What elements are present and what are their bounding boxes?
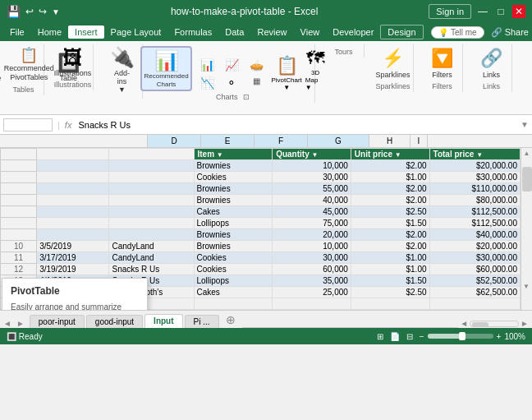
more-charts-button[interactable]: ▦ bbox=[245, 75, 268, 91]
sheet-nav-right[interactable]: ► bbox=[16, 319, 25, 328]
hscroll-left-arrow[interactable]: ◄ bbox=[460, 319, 468, 328]
zoom-out-button[interactable]: − bbox=[420, 332, 424, 341]
sheet-nav-left[interactable]: ◄ bbox=[3, 319, 11, 328]
quantity-header[interactable]: Quantity ▼ bbox=[273, 149, 351, 160]
illustrations-icon: 🖼 bbox=[63, 48, 83, 67]
col-header-i[interactable]: I bbox=[410, 135, 427, 147]
window-title: how-to-make-a-pivot-table - Excel bbox=[60, 6, 429, 17]
horizontal-scrollbar[interactable]: ◄ ► bbox=[460, 319, 529, 328]
total-price-text: Total price bbox=[433, 150, 475, 159]
view-normal-icon[interactable]: ⊞ bbox=[377, 332, 383, 341]
total-price-header[interactable]: Total price ▼ bbox=[429, 149, 520, 160]
scatter-chart-icon: ⚬ bbox=[227, 76, 236, 90]
item-header[interactable]: Item ▼ bbox=[194, 149, 273, 160]
recommended-charts-button[interactable]: 📊 RecommendedCharts bbox=[140, 46, 193, 91]
menu-page-layout[interactable]: Page Layout bbox=[104, 25, 168, 39]
cell-total-price[interactable]: $20,000.00 bbox=[429, 160, 520, 172]
menu-data[interactable]: Data bbox=[218, 25, 250, 39]
cell-unit-price[interactable]: $2.00 bbox=[351, 160, 429, 172]
menu-insert[interactable]: Insert bbox=[68, 25, 104, 39]
sparklines-icon: ⚡ bbox=[382, 48, 404, 69]
maximize-button[interactable]: □ bbox=[494, 5, 507, 18]
ribbon-group-tables: 🗃 PivotTable 📋 Recommended PivotTables 🔲… bbox=[3, 44, 44, 95]
hscroll-thumb[interactable] bbox=[472, 322, 488, 327]
sign-in-button[interactable]: Sign in bbox=[429, 4, 471, 19]
zoom-in-button[interactable]: + bbox=[497, 332, 502, 341]
name-box[interactable] bbox=[3, 118, 53, 132]
addins-buttons: 🔌 Add-ins▼ bbox=[107, 46, 138, 95]
vertical-scrollbar[interactable]: ▲ ▼ bbox=[521, 148, 532, 310]
minimize-button[interactable]: — bbox=[476, 5, 489, 18]
illustrations-group-label: Illustrations bbox=[54, 81, 92, 90]
close-button[interactable]: ✕ bbox=[512, 5, 525, 18]
unit-price-header[interactable]: Unit price ▼ bbox=[351, 149, 429, 160]
tab-good-input[interactable]: good-input bbox=[86, 315, 143, 328]
bar-chart-button[interactable]: 📉 bbox=[195, 75, 218, 91]
column-chart-button[interactable]: 📊 bbox=[195, 57, 218, 73]
pivot-chart-icon: 📋 bbox=[276, 55, 298, 76]
tab-pi[interactable]: Pi ... bbox=[185, 315, 219, 328]
menu-view[interactable]: View bbox=[294, 25, 327, 39]
recommended-pivot-tables-button[interactable]: 📋 Recommended PivotTables bbox=[7, 46, 50, 84]
filters-buttons: 🔽 Filters bbox=[428, 46, 457, 81]
cell-date[interactable] bbox=[37, 160, 109, 172]
menu-developer[interactable]: Developer bbox=[326, 25, 380, 39]
3d-map-button[interactable]: 🗺 3D Map ▼ bbox=[305, 48, 326, 91]
lightbulb-icon: 💡 bbox=[438, 28, 448, 37]
scroll-up-arrow[interactable]: ▲ bbox=[522, 148, 532, 159]
redo-icon[interactable]: ↪ bbox=[39, 6, 47, 17]
bar-chart-icon: 📉 bbox=[200, 76, 214, 90]
links-button[interactable]: 🔗 Links bbox=[477, 46, 507, 81]
col-header-d[interactable]: D bbox=[148, 135, 201, 147]
zoom-slider[interactable] bbox=[428, 334, 493, 339]
cell-store[interactable] bbox=[109, 160, 194, 172]
formula-dropdown-icon[interactable]: ▼ bbox=[521, 120, 529, 129]
add-ins-button[interactable]: 🔌 Add-ins▼ bbox=[107, 46, 138, 95]
cell-qty[interactable]: 10,000 bbox=[273, 160, 351, 172]
col-header-g[interactable]: G bbox=[308, 135, 369, 147]
menu-home[interactable]: Home bbox=[31, 25, 68, 39]
table-row: Brownies 10,000 $2.00 $20,000.00 bbox=[1, 160, 521, 172]
unit-price-dropdown-icon: ▼ bbox=[395, 151, 401, 159]
hscroll-right-arrow[interactable]: ► bbox=[521, 319, 529, 328]
col-header-h[interactable]: H bbox=[369, 135, 410, 147]
menu-file[interactable]: File bbox=[3, 25, 31, 39]
line-chart-button[interactable]: 📈 bbox=[220, 57, 243, 73]
tab-input[interactable]: Input bbox=[144, 314, 182, 328]
filters-button[interactable]: 🔽 Filters bbox=[428, 46, 457, 81]
illustrations-buttons: 🖼 Illustrations bbox=[51, 46, 95, 79]
zoom-slider-thumb[interactable] bbox=[459, 332, 466, 340]
share-button[interactable]: 🔗 Share bbox=[491, 27, 529, 38]
menu-review[interactable]: Review bbox=[250, 25, 293, 39]
view-break-icon[interactable]: ⊟ bbox=[406, 332, 413, 341]
menu-design[interactable]: Design bbox=[380, 25, 423, 39]
scatter-chart-button[interactable]: ⚬ bbox=[220, 75, 243, 91]
text-button[interactable]: A Text bbox=[526, 46, 533, 81]
customize-icon[interactable]: ▼ bbox=[52, 7, 60, 16]
pie-chart-button[interactable]: 🥧 bbox=[245, 57, 268, 73]
excel-icon: 💾 bbox=[7, 5, 21, 18]
links-group-label: Links bbox=[483, 82, 500, 92]
ribbon-group-links: 🔗 Links Links bbox=[471, 44, 512, 92]
tell-me-box[interactable]: 💡 Tell me bbox=[431, 26, 484, 39]
scroll-thumb[interactable] bbox=[522, 167, 532, 192]
scroll-down-arrow[interactable]: ▼ bbox=[521, 281, 531, 292]
zoom-slider-fill bbox=[428, 334, 461, 339]
illustrations-button[interactable]: 🖼 Illustrations bbox=[51, 46, 95, 79]
hscroll-track[interactable] bbox=[470, 321, 519, 327]
links-buttons: 🔗 Links bbox=[477, 46, 507, 81]
add-sheet-button[interactable]: ⊕ bbox=[221, 312, 241, 328]
links-icon: 🔗 bbox=[480, 48, 502, 69]
col-header-e[interactable]: E bbox=[201, 135, 255, 147]
ribbon-group-tours: Tours bbox=[323, 44, 365, 58]
menu-formulas[interactable]: Formulas bbox=[167, 25, 218, 39]
charts-expand-icon[interactable]: ⊡ bbox=[243, 93, 250, 101]
sparklines-button[interactable]: ⚡ Sparklines bbox=[372, 46, 413, 81]
col-header-f[interactable]: F bbox=[255, 135, 308, 147]
cell-item[interactable]: Brownies bbox=[194, 160, 273, 172]
view-layout-icon[interactable]: 📄 bbox=[390, 332, 400, 341]
formula-input[interactable] bbox=[75, 120, 517, 130]
undo-icon[interactable]: ↩ bbox=[25, 6, 34, 17]
tab-poor-input[interactable]: poor-input bbox=[30, 315, 85, 328]
pivot-chart-button[interactable]: 📋 PivotChart ▼ bbox=[271, 55, 301, 91]
